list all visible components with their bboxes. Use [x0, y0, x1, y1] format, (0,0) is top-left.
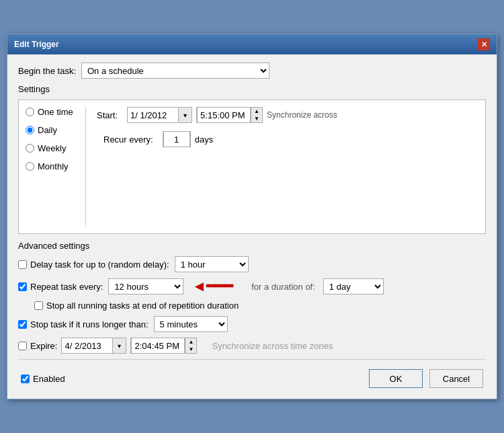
settings-section: Settings One time Daily Weekly — [18, 84, 486, 234]
delay-select[interactable]: 1 hour 30 minutes 2 hours — [175, 256, 249, 272]
stop-longer-select[interactable]: 5 minutes 1 minute 10 minutes 30 minutes — [154, 316, 228, 332]
title-bar: Edit Trigger ✕ — [7, 34, 497, 54]
expire-time-wrap: ▲ ▼ — [130, 338, 197, 354]
sync-tz-label: Synchronize across time zones — [212, 341, 333, 351]
expire-calendar-button[interactable]: ▾ — [112, 338, 126, 353]
footer-divider — [18, 359, 486, 360]
start-row: Start: 1/ 1/2012 ▾ ▲ ▼ Synchron — [97, 107, 478, 123]
repeat-dropdown-wrap: 12 hours 5 minutes 30 minutes 1 hour — [108, 278, 183, 294]
cancel-button[interactable]: Cancel — [429, 369, 483, 388]
red-arrow-annotation: ◄━━━ — [189, 278, 233, 295]
expire-label: Expire: — [30, 341, 57, 351]
ok-button[interactable]: OK — [369, 369, 423, 388]
radio-weekly[interactable]: Weekly — [26, 143, 75, 153]
enabled-text: Enabled — [33, 374, 65, 384]
repeat-checkbox[interactable] — [18, 282, 27, 291]
enabled-label[interactable]: Enabled — [21, 374, 65, 384]
begin-task-row: Begin the task: On a schedule — [18, 63, 486, 79]
radio-monthly-input[interactable] — [26, 162, 34, 171]
radio-group: One time Daily Weekly Monthly — [26, 107, 86, 227]
delay-checkbox[interactable] — [18, 260, 27, 269]
radio-one-time-label: One time — [38, 107, 73, 117]
expire-spin-down[interactable]: ▼ — [185, 346, 196, 353]
close-button[interactable]: ✕ — [478, 38, 490, 50]
time-spin-down[interactable]: ▼ — [251, 115, 262, 122]
footer-row: Enabled OK Cancel — [18, 364, 486, 391]
expire-row: Expire: 4/ 2/2013 ▾ ▲ ▼ Synchronize acro… — [18, 338, 486, 354]
edit-trigger-dialog: Edit Trigger ✕ Begin the task: On a sche… — [7, 34, 497, 399]
stop-running-text: Stop all running tasks at end of repetit… — [46, 301, 239, 311]
repeat-select[interactable]: 12 hours 5 minutes 30 minutes 1 hour — [109, 279, 183, 294]
time-input-wrap: ▲ ▼ — [196, 107, 263, 123]
dialog-body: Begin the task: On a schedule Settings O… — [7, 54, 497, 399]
settings-box: One time Daily Weekly Monthly — [18, 100, 486, 234]
radio-daily[interactable]: Daily — [26, 125, 75, 135]
recur-unit: days — [195, 134, 213, 145]
radio-monthly[interactable]: Monthly — [26, 161, 75, 171]
delay-row: Delay task for up to (random delay): 1 h… — [18, 256, 486, 272]
stop-running-checkbox[interactable] — [34, 301, 43, 310]
begin-task-label: Begin the task: — [18, 66, 76, 76]
ok-cancel-group: OK Cancel — [369, 369, 483, 388]
recur-label: Recur every: — [103, 134, 153, 145]
dialog-title: Edit Trigger — [14, 40, 59, 49]
calendar-button[interactable]: ▾ — [178, 108, 192, 122]
expire-date-text: 4/ 2/2013 — [62, 341, 112, 351]
enabled-checkbox[interactable] — [21, 375, 30, 383]
radio-weekly-label: Weekly — [38, 143, 66, 153]
repeat-checkbox-label[interactable]: Repeat task every: — [18, 282, 103, 292]
radio-one-time[interactable]: One time — [26, 107, 75, 117]
recur-value-input[interactable] — [163, 131, 190, 147]
stop-longer-label[interactable]: Stop task if it runs longer than: — [18, 319, 149, 329]
stop-longer-checkbox[interactable] — [18, 320, 27, 329]
start-time-input[interactable] — [197, 107, 251, 123]
begin-task-select[interactable]: On a schedule — [81, 63, 269, 79]
stop-running-row: Stop all running tasks at end of repetit… — [18, 301, 486, 311]
duration-label: for a duration of: — [251, 282, 315, 292]
stop-longer-row: Stop task if it runs longer than: 5 minu… — [18, 316, 486, 332]
expire-date-wrap: 4/ 2/2013 ▾ — [61, 338, 126, 354]
radio-daily-input[interactable] — [26, 126, 34, 134]
start-date-text: 1/ 1/2012 — [128, 110, 178, 120]
radio-daily-label: Daily — [38, 125, 57, 135]
expire-spin-up[interactable]: ▲ — [185, 338, 196, 346]
stop-running-label[interactable]: Stop all running tasks at end of repetit… — [34, 301, 486, 311]
advanced-settings-section: Advanced settings Delay task for up to (… — [18, 241, 486, 354]
delay-label: Delay task for up to (random delay): — [30, 260, 169, 270]
advanced-title: Advanced settings — [18, 241, 486, 251]
radio-monthly-label: Monthly — [38, 161, 69, 171]
expire-spin-buttons: ▲ ▼ — [185, 338, 196, 353]
radio-weekly-input[interactable] — [26, 144, 34, 153]
expire-checkbox-label[interactable]: Expire: — [18, 341, 57, 351]
expire-checkbox[interactable] — [18, 342, 27, 350]
time-spin-up[interactable]: ▲ — [251, 108, 262, 115]
repeat-row: Repeat task every: 12 hours 5 minutes 30… — [18, 278, 486, 295]
sync-label: Synchronize across — [267, 110, 337, 120]
expire-time-input[interactable] — [131, 338, 185, 354]
settings-content: Start: 1/ 1/2012 ▾ ▲ ▼ Synchron — [97, 107, 478, 227]
date-wrap: 1/ 1/2012 ▾ — [127, 107, 192, 123]
start-label: Start: — [97, 110, 118, 120]
stop-longer-text: Stop task if it runs longer than: — [30, 319, 149, 329]
settings-title: Settings — [18, 84, 486, 94]
time-spin-buttons: ▲ ▼ — [251, 108, 262, 122]
radio-one-time-input[interactable] — [26, 108, 34, 116]
recur-row: Recur every: days — [97, 131, 478, 147]
duration-select[interactable]: 1 day 15 minutes 1 hour 12 hours Indefin… — [323, 278, 384, 294]
delay-checkbox-label[interactable]: Delay task for up to (random delay): — [18, 260, 169, 270]
recur-input-wrap — [163, 131, 191, 147]
repeat-label: Repeat task every: — [30, 282, 103, 292]
